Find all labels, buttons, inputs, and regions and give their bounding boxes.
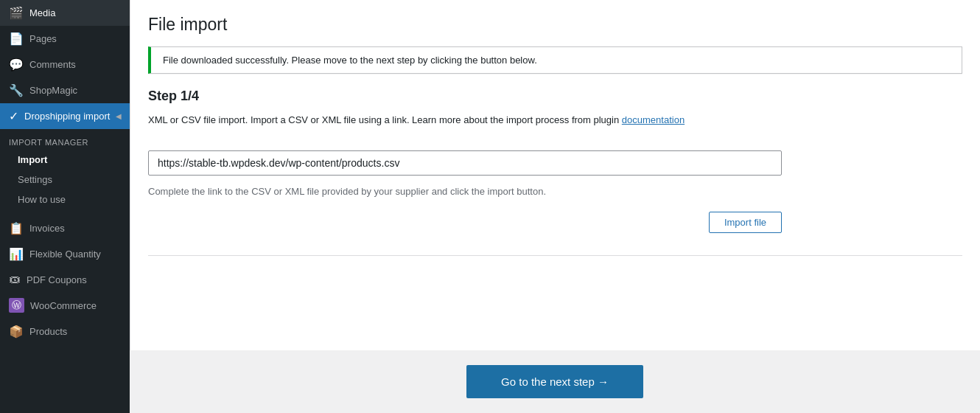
media-icon: 🎬: [9, 6, 24, 20]
pages-icon: 📄: [9, 32, 24, 46]
sidebar-item-media[interactable]: 🎬 Media: [0, 0, 130, 26]
chevron-left-icon: ◀: [116, 112, 122, 120]
hint-text: Complete the link to the CSV or XML file…: [148, 186, 962, 197]
sidebar-item-comments[interactable]: 💬 Comments: [0, 52, 130, 77]
content-area: File import File downloaded successfully…: [130, 0, 980, 350]
sidebar-item-woocommerce[interactable]: Ⓦ WooCommerce: [0, 292, 130, 319]
import-manager-label: Import Manager: [0, 129, 130, 150]
sidebar-label-flexible-quantity: Flexible Quantity: [29, 249, 101, 260]
sidebar-sub-settings[interactable]: Settings: [0, 170, 130, 190]
description-text: XML or CSV file import. Import a CSV or …: [148, 113, 962, 128]
page-title: File import: [148, 15, 962, 35]
pdf-coupons-icon: 🎟: [9, 273, 21, 286]
url-input[interactable]: [148, 150, 782, 176]
description-body: XML or CSV file import. Import a CSV or …: [148, 114, 619, 125]
sidebar-label-dropshipping: Dropshipping import: [24, 111, 110, 122]
next-step-button[interactable]: Go to the next step →: [466, 365, 643, 398]
sidebar-label-woocommerce: WooCommerce: [30, 300, 97, 311]
sidebar-sub-settings-label: Settings: [18, 174, 52, 185]
sidebar: 🎬 Media 📄 Pages 💬 Comments 🔧 ShopMagic ✓…: [0, 0, 130, 413]
sidebar-item-invoices[interactable]: 📋 Invoices: [0, 215, 130, 241]
main-content: File import File downloaded successfully…: [130, 0, 980, 413]
sidebar-item-shopmagic[interactable]: 🔧 ShopMagic: [0, 77, 130, 103]
products-icon: 📦: [9, 324, 24, 339]
section-divider: [148, 255, 962, 256]
flexible-quantity-icon: 📊: [9, 247, 24, 261]
bottom-section: Go to the next step →: [130, 350, 980, 413]
sidebar-label-shopmagic: ShopMagic: [29, 85, 77, 96]
sidebar-sub-how-to-use-label: How to use: [18, 194, 66, 205]
sidebar-item-flexible-quantity[interactable]: 📊 Flexible Quantity: [0, 241, 130, 267]
success-notice-text: File downloaded successfully. Please mov…: [163, 55, 537, 66]
sidebar-item-dropshipping[interactable]: ✓ Dropshipping import ◀: [0, 103, 130, 129]
sidebar-label-comments: Comments: [29, 59, 76, 70]
woocommerce-icon: Ⓦ: [9, 298, 24, 313]
dropshipping-icon: ✓: [9, 109, 18, 123]
import-btn-row: Import file: [148, 212, 782, 233]
shopmagic-icon: 🔧: [9, 83, 24, 97]
sidebar-item-pages[interactable]: 📄 Pages: [0, 26, 130, 52]
sidebar-item-products[interactable]: 📦 Products: [0, 319, 130, 344]
sidebar-item-pdf-coupons[interactable]: 🎟 PDF Coupons: [0, 267, 130, 292]
sidebar-label-media: Media: [29, 7, 55, 18]
import-file-button[interactable]: Import file: [709, 212, 782, 233]
sidebar-label-products: Products: [29, 326, 67, 337]
sidebar-sub-import[interactable]: Import: [0, 150, 130, 170]
sidebar-label-pdf-coupons: PDF Coupons: [27, 274, 87, 285]
invoices-icon: 📋: [9, 221, 24, 235]
sidebar-label-pages: Pages: [29, 33, 57, 44]
comments-icon: 💬: [9, 58, 24, 72]
sidebar-sub-how-to-use[interactable]: How to use: [0, 190, 130, 209]
documentation-link[interactable]: documentation: [622, 114, 685, 125]
sidebar-label-invoices: Invoices: [29, 223, 65, 234]
success-notice: File downloaded successfully. Please mov…: [148, 46, 962, 74]
sidebar-sub-import-label: Import: [18, 154, 47, 165]
step-heading: Step 1/4: [148, 88, 962, 104]
import-section: Complete the link to the CSV or XML file…: [148, 150, 962, 233]
